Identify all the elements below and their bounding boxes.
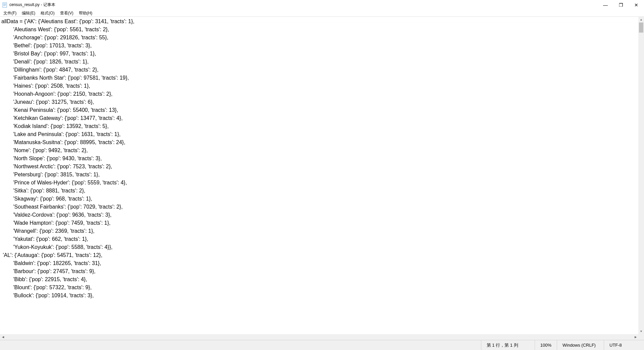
- vertical-scrollbar[interactable]: ▲ ▼: [638, 17, 644, 334]
- scroll-down-arrow-icon[interactable]: ▼: [638, 329, 644, 334]
- menu-file[interactable]: 文件(F): [1, 10, 19, 17]
- text-content[interactable]: allData = {'AK': {'Aleutians East': {'po…: [1, 17, 637, 300]
- menu-format[interactable]: 格式(O): [38, 10, 57, 17]
- scroll-right-arrow-icon[interactable]: ▶: [633, 334, 638, 340]
- text-editor-area[interactable]: allData = {'AK': {'Aleutians East': {'po…: [0, 17, 638, 334]
- scroll-up-arrow-icon[interactable]: ▲: [638, 17, 644, 23]
- status-bar: 第 1 行，第 1 列 100% Windows (CRLF) UTF-8: [0, 340, 644, 350]
- notepad-icon: [2, 2, 7, 8]
- window-controls: — ❐ ✕: [598, 0, 644, 10]
- close-button[interactable]: ✕: [629, 0, 644, 10]
- maximize-button[interactable]: ❐: [613, 0, 629, 10]
- content-wrapper: allData = {'AK': {'Aleutians East': {'po…: [0, 17, 644, 340]
- horizontal-scrollbar[interactable]: ◀ ▶: [0, 334, 638, 340]
- status-line-ending: Windows (CRLF): [557, 340, 604, 350]
- scrollbar-corner: [638, 334, 644, 340]
- menu-edit[interactable]: 编辑(E): [19, 10, 38, 17]
- scroll-thumb-vertical[interactable]: [639, 23, 643, 33]
- menu-view[interactable]: 查看(V): [57, 10, 76, 17]
- menu-help[interactable]: 帮助(H): [76, 10, 95, 17]
- status-cursor-position: 第 1 行，第 1 列: [481, 340, 535, 350]
- status-encoding: UTF-8: [604, 340, 644, 350]
- menu-bar: 文件(F) 编辑(E) 格式(O) 查看(V) 帮助(H): [0, 10, 644, 17]
- window-title: census_result.py - 记事本: [9, 2, 55, 8]
- minimize-button[interactable]: —: [598, 0, 613, 10]
- scroll-left-arrow-icon[interactable]: ◀: [0, 334, 6, 340]
- title-bar: census_result.py - 记事本 — ❐ ✕: [0, 0, 644, 10]
- status-zoom: 100%: [535, 340, 557, 350]
